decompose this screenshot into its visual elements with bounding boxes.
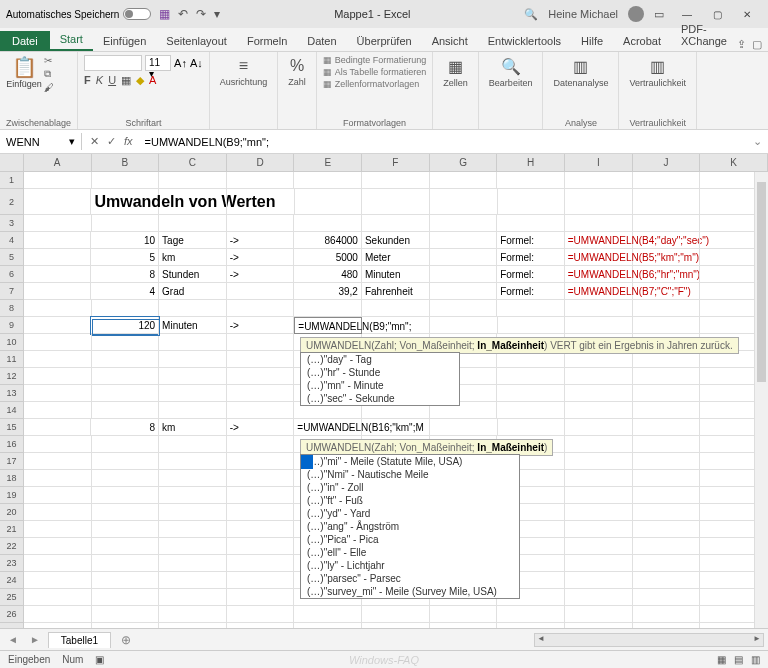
row-head[interactable]: 13 (0, 385, 24, 402)
undo-icon[interactable]: ↶ (178, 7, 188, 21)
cell[interactable]: =UMWANDELN(B9;"mn"; (294, 317, 362, 334)
cell[interactable] (159, 589, 227, 606)
cell[interactable] (565, 385, 633, 402)
cell[interactable] (227, 504, 295, 521)
cell[interactable] (565, 589, 633, 606)
cell[interactable]: km (159, 249, 227, 266)
cut-icon[interactable]: ✂ (44, 55, 54, 66)
autocomplete-option[interactable]: (…)"survey_mi" - Meile (Survey Mile, USA… (301, 585, 519, 598)
row-head[interactable]: 14 (0, 402, 24, 419)
cell[interactable]: 8 (91, 266, 159, 283)
redo-icon[interactable]: ↷ (196, 7, 206, 21)
underline-icon[interactable]: U (108, 74, 116, 87)
cell[interactable] (430, 300, 498, 317)
cell[interactable] (633, 487, 701, 504)
cell[interactable] (565, 368, 633, 385)
row-head[interactable]: 19 (0, 487, 24, 504)
cell[interactable] (362, 419, 430, 436)
cell[interactable]: Sekunden (362, 232, 430, 249)
cell[interactable] (227, 402, 295, 419)
developer-tab[interactable]: Entwicklertools (478, 31, 571, 51)
autocomplete-option[interactable]: (…)"ly" - Lichtjahr (301, 559, 519, 572)
row-head[interactable]: 16 (0, 436, 24, 453)
cell[interactable] (227, 589, 295, 606)
formulas-tab[interactable]: Formeln (237, 31, 297, 51)
cell[interactable] (430, 606, 498, 623)
cell[interactable]: -> (227, 317, 295, 334)
col-head[interactable]: B (92, 154, 160, 171)
cell[interactable] (92, 436, 160, 453)
col-head[interactable]: A (24, 154, 92, 171)
col-head[interactable]: J (633, 154, 701, 171)
cells-button[interactable]: ▦ Zellen (439, 55, 472, 90)
row-head[interactable]: 24 (0, 572, 24, 589)
cell[interactable] (362, 606, 430, 623)
cell[interactable] (92, 172, 160, 189)
cell[interactable] (497, 368, 565, 385)
cell-styles-button[interactable]: ▦Zellenformatvorlagen (323, 79, 427, 89)
cell[interactable] (92, 555, 160, 572)
cell[interactable]: -> (227, 266, 295, 283)
row-head[interactable]: 11 (0, 351, 24, 368)
cell[interactable]: Meter (362, 249, 430, 266)
cell[interactable] (227, 606, 295, 623)
cell[interactable] (227, 521, 295, 538)
cell[interactable] (430, 317, 498, 334)
cell[interactable] (565, 606, 633, 623)
cell[interactable] (92, 368, 160, 385)
cell[interactable] (633, 368, 701, 385)
row-head[interactable]: 23 (0, 555, 24, 572)
cell[interactable] (633, 419, 701, 436)
cell[interactable] (159, 538, 227, 555)
cell[interactable] (565, 504, 633, 521)
autocomplete-option[interactable]: (…)"ft" - Fuß (301, 494, 519, 507)
fx-icon[interactable]: fx (124, 135, 133, 148)
cell[interactable] (633, 385, 701, 402)
cell[interactable] (159, 402, 227, 419)
sheet-nav-next-icon[interactable]: ► (26, 634, 44, 645)
cell[interactable] (159, 385, 227, 402)
cell[interactable] (24, 351, 92, 368)
cell[interactable] (24, 470, 92, 487)
cell[interactable] (24, 215, 92, 232)
cell[interactable] (497, 606, 565, 623)
cell[interactable] (227, 300, 295, 317)
font-size-input[interactable]: 11 ▾ (145, 55, 171, 71)
cell[interactable] (159, 368, 227, 385)
cell[interactable]: 8 (91, 419, 159, 436)
cell[interactable] (227, 572, 295, 589)
cell[interactable] (565, 215, 633, 232)
row-head[interactable]: 18 (0, 470, 24, 487)
cell[interactable]: =UMWANDELN(B5;"km";"m") (565, 249, 633, 266)
cell[interactable] (565, 538, 633, 555)
autosave-toggle[interactable]: Automatisches Speichern (6, 8, 151, 20)
cell[interactable] (24, 572, 92, 589)
cell[interactable] (159, 189, 227, 215)
autocomplete-option[interactable]: (…)"ell" - Elle (301, 546, 519, 559)
cell[interactable] (633, 572, 701, 589)
conditional-formatting-button[interactable]: ▦Bedingte Formatierung (323, 55, 427, 65)
cell[interactable]: -> (227, 249, 295, 266)
name-box[interactable]: WENN ▾ (0, 133, 82, 150)
cell[interactable] (24, 419, 92, 436)
cell[interactable] (92, 215, 160, 232)
editing-button[interactable]: 🔍 Bearbeiten (485, 55, 537, 90)
cell[interactable] (227, 283, 295, 300)
cell[interactable] (159, 521, 227, 538)
cell[interactable]: -> (227, 232, 295, 249)
cell[interactable] (24, 317, 92, 334)
cell[interactable] (24, 368, 92, 385)
cell[interactable] (430, 232, 498, 249)
autocomplete-option[interactable]: (…)"hr" - Stunde (301, 366, 459, 379)
paste-button[interactable]: 📋 Einfügen (6, 55, 42, 93)
row-head[interactable]: 17 (0, 453, 24, 470)
autocomplete-option[interactable]: (…)"sec" - Sekunde (301, 392, 459, 405)
cell[interactable]: =UMWANDELN(B16;"km";M (294, 419, 362, 436)
cell[interactable] (92, 402, 160, 419)
cell[interactable]: 10 (91, 232, 159, 249)
select-all-corner[interactable] (0, 154, 24, 171)
italic-icon[interactable]: K (96, 74, 103, 87)
row-head[interactable]: 12 (0, 368, 24, 385)
comments-icon[interactable]: ▢ (752, 38, 762, 51)
cell[interactable] (92, 504, 160, 521)
